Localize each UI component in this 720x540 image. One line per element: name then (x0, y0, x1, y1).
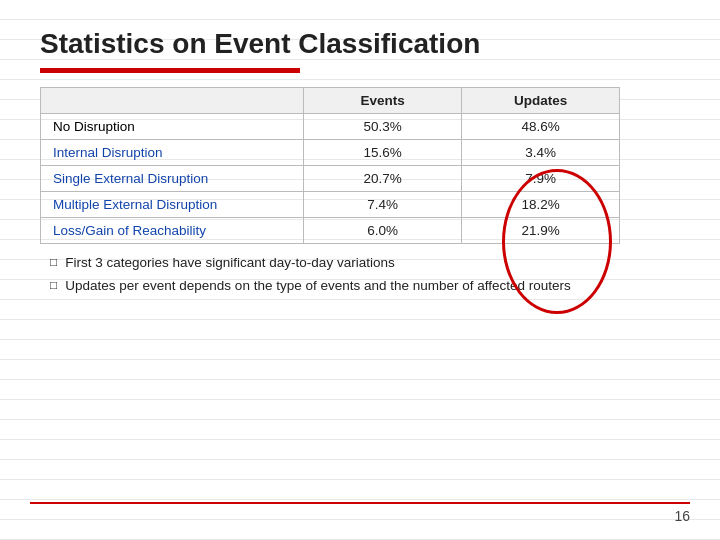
slide-title: Statistics on Event Classification (40, 28, 680, 60)
bullet-item-1: □ First 3 categories have significant da… (50, 254, 680, 273)
bullet-icon-2: □ (50, 278, 57, 292)
title-underline (40, 68, 300, 73)
header-events: Events (304, 88, 462, 114)
cell-events-2: 20.7% (304, 166, 462, 192)
table-container: Events Updates No Disruption50.3%48.6%In… (40, 87, 680, 244)
cell-events-4: 6.0% (304, 218, 462, 244)
table-row: Internal Disruption15.6%3.4% (41, 140, 620, 166)
header-label (41, 88, 304, 114)
stats-table: Events Updates No Disruption50.3%48.6%In… (40, 87, 620, 244)
cell-updates-2: 7.9% (462, 166, 620, 192)
header-updates: Updates (462, 88, 620, 114)
cell-label-3: Multiple External Disruption (41, 192, 304, 218)
cell-updates-0: 48.6% (462, 114, 620, 140)
slide-container: Statistics on Event Classification Event… (0, 0, 720, 540)
table-row: Multiple External Disruption7.4%18.2% (41, 192, 620, 218)
bullet-icon-1: □ (50, 255, 57, 269)
cell-updates-1: 3.4% (462, 140, 620, 166)
bullet-list: □ First 3 categories have significant da… (40, 254, 680, 296)
table-row: No Disruption50.3%48.6% (41, 114, 620, 140)
table-row: Single External Disruption20.7%7.9% (41, 166, 620, 192)
bottom-separator (30, 502, 690, 504)
cell-label-2: Single External Disruption (41, 166, 304, 192)
table-row: Loss/Gain of Reachability6.0%21.9% (41, 218, 620, 244)
cell-events-1: 15.6% (304, 140, 462, 166)
cell-updates-3: 18.2% (462, 192, 620, 218)
bullet-text-2: Updates per event depends on the type of… (65, 277, 680, 296)
table-header-row: Events Updates (41, 88, 620, 114)
page-number: 16 (674, 508, 690, 524)
cell-label-0: No Disruption (41, 114, 304, 140)
cell-label-4: Loss/Gain of Reachability (41, 218, 304, 244)
cell-events-3: 7.4% (304, 192, 462, 218)
bullet-text-1: First 3 categories have significant day-… (65, 254, 680, 273)
table-body: No Disruption50.3%48.6%Internal Disrupti… (41, 114, 620, 244)
cell-label-1: Internal Disruption (41, 140, 304, 166)
cell-events-0: 50.3% (304, 114, 462, 140)
bullet-item-2: □ Updates per event depends on the type … (50, 277, 680, 296)
cell-updates-4: 21.9% (462, 218, 620, 244)
